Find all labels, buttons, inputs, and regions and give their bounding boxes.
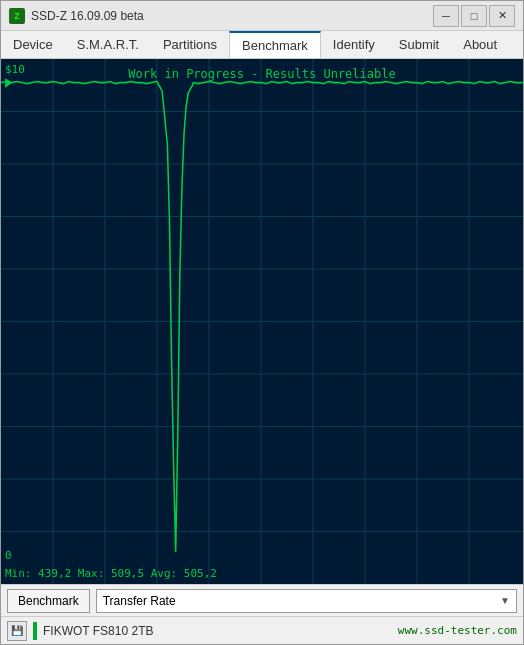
menu-bar: Device S.M.A.R.T. Partitions Benchmark I…: [1, 31, 523, 59]
app-icon: Z: [9, 8, 25, 24]
status-bar: 💾 FIKWOT FS810 2TB www.ssd-tester.com: [1, 616, 523, 644]
benchmark-chart: $10 Work in Progress - Results Unreliabl…: [1, 59, 523, 584]
bottom-controls: Benchmark Transfer Rate ▼: [1, 584, 523, 616]
title-bar: Z SSD-Z 16.09.09 beta ─ □ ✕: [1, 1, 523, 31]
drive-icon: 💾: [7, 621, 27, 641]
menu-item-about[interactable]: About: [451, 31, 509, 58]
chart-y-max: $10: [5, 63, 25, 76]
menu-item-smart[interactable]: S.M.A.R.T.: [65, 31, 151, 58]
drive-status-indicator: [33, 622, 37, 640]
menu-item-device[interactable]: Device: [1, 31, 65, 58]
menu-item-identify[interactable]: Identify: [321, 31, 387, 58]
drive-name: FIKWOT FS810 2TB: [43, 624, 392, 638]
transfer-rate-label: Transfer Rate: [103, 594, 176, 608]
dropdown-arrow-icon: ▼: [500, 595, 510, 606]
maximize-button[interactable]: □: [461, 5, 487, 27]
window-controls: ─ □ ✕: [433, 5, 515, 27]
main-window: Z SSD-Z 16.09.09 beta ─ □ ✕ Device S.M.A…: [0, 0, 524, 645]
chart-watermark: Work in Progress - Results Unreliable: [128, 67, 395, 81]
transfer-rate-dropdown[interactable]: Transfer Rate ▼: [96, 589, 517, 613]
close-button[interactable]: ✕: [489, 5, 515, 27]
menu-item-submit[interactable]: Submit: [387, 31, 451, 58]
benchmark-button[interactable]: Benchmark: [7, 589, 90, 613]
chart-stats: Min: 439,2 Max: 509,5 Avg: 505,2: [5, 567, 217, 580]
window-title: SSD-Z 16.09.09 beta: [31, 9, 433, 23]
menu-item-partitions[interactable]: Partitions: [151, 31, 229, 58]
chart-y-min: 0: [5, 549, 12, 562]
website-url: www.ssd-tester.com: [398, 624, 517, 637]
minimize-button[interactable]: ─: [433, 5, 459, 27]
menu-item-benchmark[interactable]: Benchmark: [229, 31, 321, 58]
chart-svg: [1, 59, 523, 584]
